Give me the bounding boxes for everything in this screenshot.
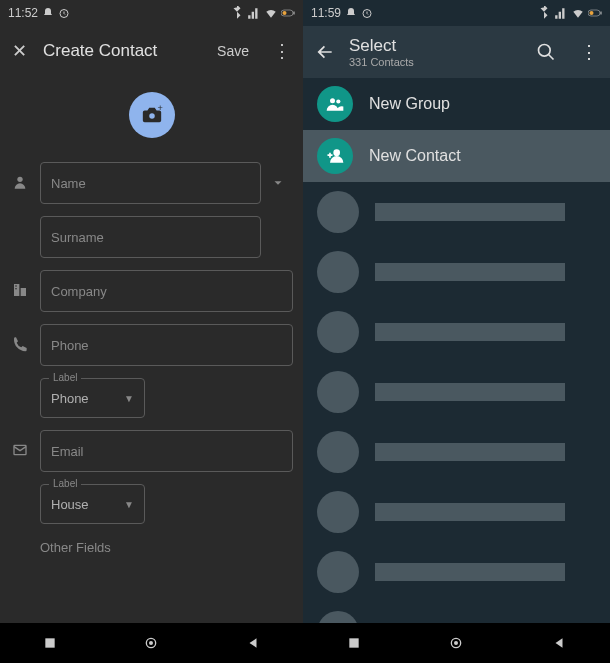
page-title: Select <box>349 36 522 56</box>
list-item[interactable] <box>303 242 610 302</box>
avatar <box>317 191 359 233</box>
svg-point-18 <box>330 98 335 103</box>
add-photo-button[interactable]: + <box>129 92 175 138</box>
contact-name-placeholder <box>375 263 565 281</box>
avatar <box>317 311 359 353</box>
person-icon <box>10 162 30 190</box>
group-icon <box>317 86 353 122</box>
select-contact-screen: 11:59 Select 331 Contacts ⋮ New Group <box>303 0 610 663</box>
contact-name-placeholder <box>375 503 565 521</box>
alarm-icon <box>361 7 373 19</box>
svg-rect-21 <box>349 638 358 647</box>
home-button[interactable] <box>143 635 159 651</box>
back-button[interactable] <box>552 636 566 650</box>
list-item[interactable] <box>303 482 610 542</box>
battery-icon <box>281 6 295 20</box>
other-fields-button[interactable]: Other Fields <box>40 540 293 555</box>
avatar <box>317 371 359 413</box>
chevron-down-icon[interactable] <box>271 162 293 190</box>
svg-point-19 <box>336 99 340 103</box>
svg-point-4 <box>149 113 155 119</box>
svg-rect-16 <box>601 12 602 15</box>
status-bar: 11:59 <box>303 0 610 26</box>
svg-rect-15 <box>590 11 594 15</box>
phone-icon <box>10 324 30 352</box>
recent-apps-button[interactable] <box>43 636 57 650</box>
more-icon[interactable]: ⋮ <box>580 41 598 63</box>
svg-point-23 <box>454 641 458 645</box>
add-person-icon <box>317 138 353 174</box>
name-field[interactable]: Name <box>40 162 261 204</box>
company-field[interactable]: Company <box>40 270 293 312</box>
svg-rect-8 <box>15 288 16 289</box>
back-button[interactable] <box>246 636 260 650</box>
status-time: 11:52 <box>8 6 38 20</box>
bell-icon <box>345 7 357 19</box>
svg-point-12 <box>149 641 153 645</box>
contact-name-placeholder <box>375 203 565 221</box>
page-title: Create Contact <box>43 41 201 61</box>
list-item[interactable] <box>303 542 610 602</box>
surname-field[interactable]: Surname <box>40 216 261 258</box>
svg-text:+: + <box>157 104 162 113</box>
svg-rect-3 <box>294 12 295 15</box>
svg-rect-7 <box>15 285 16 286</box>
new-contact-button[interactable]: New Contact <box>303 130 610 182</box>
search-icon[interactable] <box>536 42 556 62</box>
nav-bar <box>0 623 303 663</box>
nav-bar <box>303 623 610 663</box>
recent-apps-button[interactable] <box>347 636 361 650</box>
email-field[interactable]: Email <box>40 430 293 472</box>
avatar <box>317 551 359 593</box>
list-item[interactable] <box>303 422 610 482</box>
bluetooth-icon <box>230 6 244 20</box>
avatar <box>317 491 359 533</box>
contact-name-placeholder <box>375 563 565 581</box>
save-button[interactable]: Save <box>217 43 249 59</box>
list-item[interactable] <box>303 182 610 242</box>
header: Select 331 Contacts ⋮ <box>303 26 610 78</box>
wifi-icon <box>264 6 278 20</box>
signal-icon <box>554 6 568 20</box>
email-label-select[interactable]: Label House ▼ <box>40 484 145 524</box>
contact-name-placeholder <box>375 323 565 341</box>
svg-point-20 <box>333 149 340 156</box>
svg-rect-10 <box>45 638 54 647</box>
list-item[interactable] <box>303 302 610 362</box>
bluetooth-icon <box>537 6 551 20</box>
new-group-button[interactable]: New Group <box>303 78 610 130</box>
email-icon <box>10 430 30 458</box>
contact-name-placeholder <box>375 443 565 461</box>
svg-point-17 <box>539 45 551 57</box>
contact-count: 331 Contacts <box>349 56 522 68</box>
more-icon[interactable]: ⋮ <box>273 40 291 62</box>
phone-field[interactable]: Phone <box>40 324 293 366</box>
back-arrow-icon[interactable] <box>315 42 335 62</box>
phone-label-select[interactable]: Label Phone ▼ <box>40 378 145 418</box>
svg-point-6 <box>17 177 22 182</box>
dropdown-icon: ▼ <box>124 499 134 510</box>
list-item[interactable] <box>303 362 610 422</box>
camera-plus-icon: + <box>141 104 163 126</box>
contact-name-placeholder <box>375 383 565 401</box>
wifi-icon <box>571 6 585 20</box>
svg-rect-2 <box>283 11 287 15</box>
company-icon <box>10 270 30 298</box>
alarm-icon <box>58 7 70 19</box>
signal-icon <box>247 6 261 20</box>
status-time: 11:59 <box>311 6 341 20</box>
close-icon[interactable]: ✕ <box>12 40 27 62</box>
battery-icon <box>588 6 602 20</box>
bell-icon <box>42 7 54 19</box>
avatar <box>317 431 359 473</box>
contact-list[interactable] <box>303 182 610 663</box>
status-bar: 11:52 <box>0 0 303 26</box>
avatar <box>317 251 359 293</box>
header: ✕ Create Contact Save ⋮ <box>0 26 303 76</box>
create-contact-screen: 11:52 ✕ Create Contact Save ⋮ + Name <box>0 0 303 663</box>
home-button[interactable] <box>448 635 464 651</box>
dropdown-icon: ▼ <box>124 393 134 404</box>
